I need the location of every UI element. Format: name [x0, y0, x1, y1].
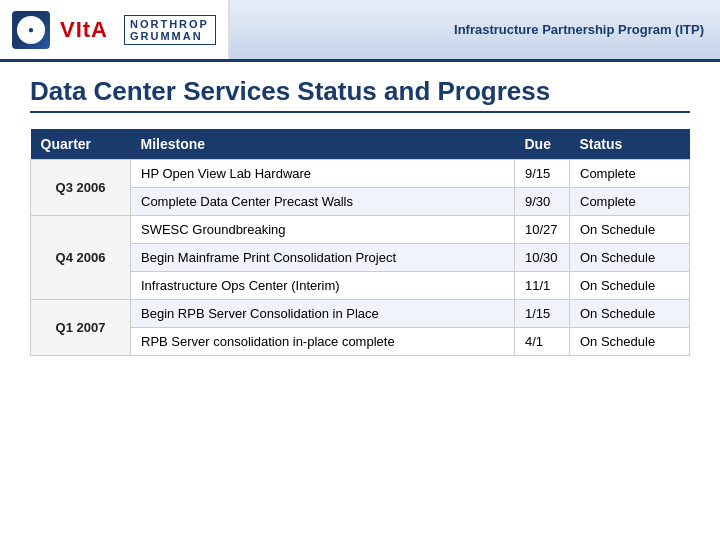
milestone-cell: SWESC Groundbreaking [131, 216, 515, 244]
due-cell: 11/1 [515, 272, 570, 300]
header: ● VItA NORTHROP GRUMMAN Infrastructure P… [0, 0, 720, 62]
milestone-cell: RPB Server consolidation in-place comple… [131, 328, 515, 356]
table-area: Quarter Milestone Due Status Q3 2006HP O… [0, 123, 720, 366]
ng-logo: NORTHROP GRUMMAN [124, 15, 216, 45]
quarter-cell: Q1 2007 [31, 300, 131, 356]
due-cell: 9/15 [515, 160, 570, 188]
due-cell: 10/30 [515, 244, 570, 272]
ng-label: NORTHROP GRUMMAN [130, 18, 209, 42]
page-title: Data Center Services Status and Progress [30, 76, 690, 113]
col-quarter: Quarter [31, 129, 131, 160]
milestone-cell: Complete Data Center Precast Walls [131, 188, 515, 216]
due-cell: 9/30 [515, 188, 570, 216]
milestone-cell: Infrastructure Ops Center (Interim) [131, 272, 515, 300]
table-row: Q1 2007Begin RPB Server Consolidation in… [31, 300, 690, 328]
status-table: Quarter Milestone Due Status Q3 2006HP O… [30, 129, 690, 356]
logo-area: ● VItA NORTHROP GRUMMAN [0, 0, 230, 59]
infra-logo-box: ● [12, 11, 50, 49]
page-title-area: Data Center Services Status and Progress [0, 62, 720, 123]
status-cell: On Schedule [570, 244, 690, 272]
header-title-area: Infrastructure Partnership Program (ITP) [230, 0, 720, 59]
col-due: Due [515, 129, 570, 160]
due-cell: 10/27 [515, 216, 570, 244]
vita-logo: VItA [60, 17, 108, 43]
milestone-cell: HP Open View Lab Hardware [131, 160, 515, 188]
col-milestone: Milestone [131, 129, 515, 160]
col-status: Status [570, 129, 690, 160]
due-cell: 1/15 [515, 300, 570, 328]
header-title: Infrastructure Partnership Program (ITP) [454, 22, 704, 37]
status-cell: On Schedule [570, 300, 690, 328]
table-row: Q3 2006HP Open View Lab Hardware9/15Comp… [31, 160, 690, 188]
due-cell: 4/1 [515, 328, 570, 356]
status-cell: Complete [570, 188, 690, 216]
table-row: Q4 2006SWESC Groundbreaking10/27On Sched… [31, 216, 690, 244]
milestone-cell: Begin Mainframe Print Consolidation Proj… [131, 244, 515, 272]
status-cell: On Schedule [570, 272, 690, 300]
quarter-cell: Q4 2006 [31, 216, 131, 300]
status-cell: Complete [570, 160, 690, 188]
infra-logo-inner: ● [17, 16, 45, 44]
quarter-cell: Q3 2006 [31, 160, 131, 216]
infra-logo: ● [12, 11, 50, 49]
milestone-cell: Begin RPB Server Consolidation in Place [131, 300, 515, 328]
vita-label: VItA [60, 17, 108, 43]
status-cell: On Schedule [570, 328, 690, 356]
status-cell: On Schedule [570, 216, 690, 244]
table-header-row: Quarter Milestone Due Status [31, 129, 690, 160]
